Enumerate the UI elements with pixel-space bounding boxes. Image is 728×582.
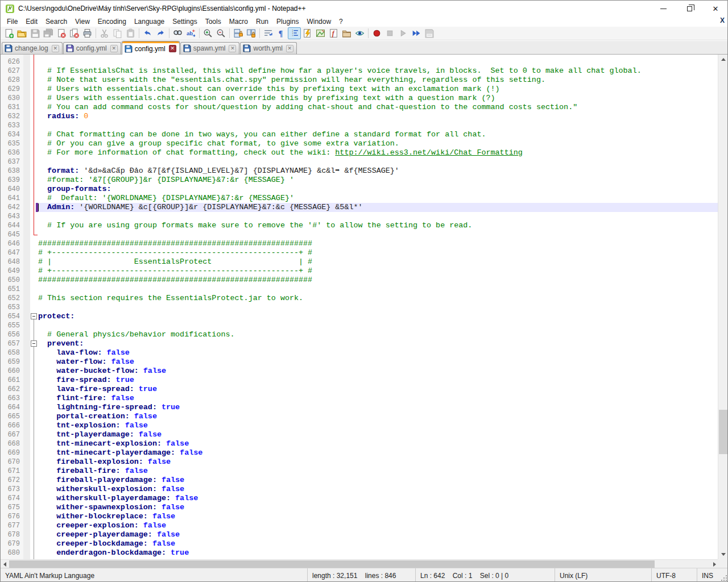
line-number[interactable]: 662 [1,385,23,394]
menu-item-window[interactable]: Window [303,17,335,26]
horizontal-scrollbar[interactable] [1,559,719,568]
function-list-icon[interactable]: f [327,27,340,39]
tab-spawn-yml-3[interactable]: spawn.yml✕ [180,42,240,54]
line-number[interactable]: 630 [1,94,23,103]
code-line-642[interactable]: Admin: '{WORLDNAME} &c[{GROUP}]&r {DISPL… [38,203,719,212]
fold-collapse-icon[interactable] [31,340,37,347]
status-eol-format[interactable]: Unix (LF) [555,568,652,582]
line-number[interactable]: 658 [1,348,23,357]
line-number[interactable]: 642 [1,203,23,212]
monitoring-icon[interactable] [353,27,366,39]
replace-icon[interactable]: ab [184,27,197,39]
code-line-639[interactable]: #format: '&7[{GROUP}]&r {DISPLAYNAME}&7:… [38,176,719,185]
line-number[interactable]: 675 [1,503,23,512]
code-area[interactable]: # If EssentialsChat is installed, this w… [38,55,719,559]
line-number[interactable]: 676 [1,512,23,521]
horizontal-scroll-thumb[interactable] [9,560,655,568]
line-number[interactable]: 666 [1,421,23,430]
line-number[interactable]: 647 [1,248,23,257]
line-number[interactable]: 674 [1,494,23,503]
scroll-left-icon[interactable] [1,560,9,568]
line-number[interactable]: 665 [1,412,23,421]
code-line-676[interactable]: wither-blockreplace: false [38,512,719,521]
code-line-647[interactable]: # +-------------------------------------… [38,248,719,257]
code-line-644[interactable]: # If you are using group formats make su… [38,221,719,230]
status-cursor-position[interactable]: Ln : 642 Col : 1 Sel : 0 | 0 [416,568,555,582]
code-line-656[interactable]: # General physics/behavior modifications… [38,330,719,339]
menu-item-plugins[interactable]: Plugins [272,17,303,26]
menu-item-tools[interactable]: Tools [201,17,225,26]
status-encoding[interactable]: UTF-8 [652,568,697,582]
scroll-up-icon[interactable] [718,55,728,64]
minimize-button[interactable] [650,1,676,16]
code-line-671[interactable]: fireball-fire: false [38,467,719,476]
menu-item-search[interactable]: Search [42,17,71,26]
code-line-670[interactable]: fireball-explosion: false [38,458,719,467]
line-number[interactable]: 668 [1,439,23,448]
menu-item-encoding[interactable]: Encoding [94,17,130,26]
fold-collapse-icon[interactable] [31,313,37,319]
code-line-673[interactable]: witherskull-explosion: false [38,485,719,494]
code-line-648[interactable]: # | EssentialsProtect | # [38,257,719,267]
code-line-628[interactable]: # Note that users with the "essentials.c… [38,76,719,85]
macro-play-icon[interactable] [396,27,410,39]
line-number[interactable]: 655 [1,321,23,330]
line-number[interactable]: 635 [1,139,23,148]
tab-config-yml-1[interactable]: config.yml✕ [63,42,121,54]
line-number[interactable]: 650 [1,276,23,285]
code-line-669[interactable]: tnt-minecart-playerdamage: false [38,448,719,458]
code-line-633[interactable] [38,121,719,130]
line-number[interactable]: 664 [1,403,23,412]
line-number[interactable]: 651 [1,285,23,294]
line-number[interactable]: 633 [1,121,23,130]
line-number[interactable]: 678 [1,530,23,539]
code-line-667[interactable]: tnt-playerdamage: false [38,430,719,439]
line-number[interactable]: 631 [1,103,23,112]
line-number[interactable]: 649 [1,267,23,276]
code-line-643[interactable] [38,212,719,221]
show-indent-guide-icon[interactable] [288,27,301,39]
macro-stop-icon[interactable] [383,27,396,39]
line-number-margin[interactable]: 6266276286296306316326336346356366376386… [1,55,23,559]
line-number[interactable]: 636 [1,148,23,157]
scroll-down-icon[interactable] [718,550,728,559]
line-number[interactable]: 680 [1,548,23,558]
tab-close-icon[interactable]: ✕ [110,45,118,52]
open-file-icon[interactable] [15,27,28,39]
bookmark-margin[interactable] [23,55,30,559]
menu-item-run[interactable]: Run [252,17,272,26]
sync-vertical-scrolling-icon[interactable] [231,27,245,39]
line-number[interactable]: 627 [1,66,23,76]
menu-item-help[interactable]: ? [335,17,347,26]
tab-change-log-0[interactable]: change.log✕ [2,42,63,54]
code-line-657[interactable]: prevent: [38,339,719,348]
line-number[interactable]: 669 [1,448,23,458]
code-line-632[interactable]: radius: 0 [38,112,719,121]
code-line-663[interactable]: flint-fire: false [38,394,719,403]
line-number[interactable]: 634 [1,130,23,139]
code-line-672[interactable]: fireball-playerdamage: false [38,476,719,485]
line-number[interactable]: 672 [1,476,23,485]
sync-horizontal-scrolling-icon[interactable] [245,27,258,39]
tab-close-icon[interactable]: ✕ [169,45,176,52]
folder-as-workspace-icon[interactable] [340,27,353,39]
tab-close-icon[interactable]: ✕ [52,45,59,52]
code-line-658[interactable]: lava-flow: false [38,348,719,357]
zoom-out-icon[interactable] [214,27,228,39]
menu-item-file[interactable]: File [3,17,22,26]
code-line-677[interactable]: creeper-explosion: false [38,521,719,530]
vertical-scrollbar[interactable] [718,55,727,559]
close-all-icon[interactable] [68,27,81,39]
line-number[interactable]: 640 [1,185,23,194]
tab-close-icon[interactable]: ✕ [286,45,293,52]
code-line-626[interactable] [38,57,719,66]
restore-button[interactable] [676,1,702,16]
code-line-680[interactable]: enderdragon-blockdamage: true [38,548,719,558]
code-line-641[interactable]: # Default: '{WORLDNAME} {DISPLAYNAME}&7:… [38,194,719,203]
line-number[interactable]: 629 [1,85,23,94]
line-number[interactable]: 637 [1,157,23,167]
editor-pane[interactable]: 6266276286296306316326336346356366376386… [1,55,728,559]
line-number[interactable]: 654 [1,312,23,321]
code-line-679[interactable]: creeper-blockdamage: false [38,539,719,548]
word-wrap-icon[interactable] [262,27,275,39]
